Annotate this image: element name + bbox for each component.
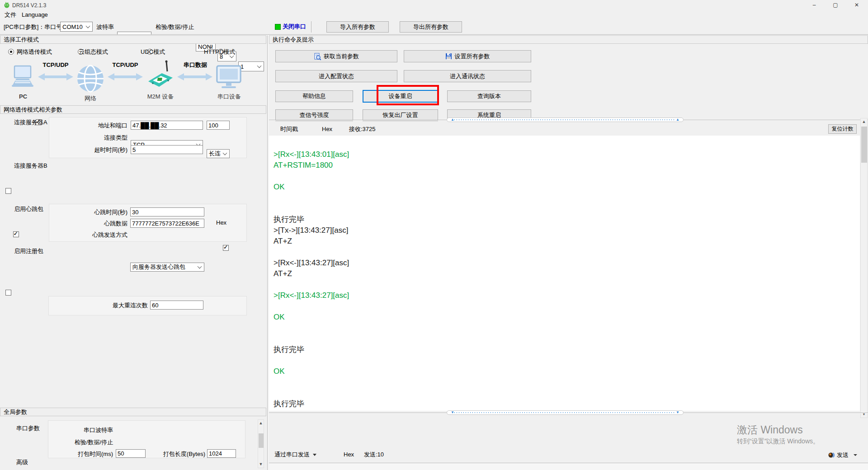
server-b-label: 连接服务器B — [14, 162, 47, 169]
timeout-input[interactable]: 5 — [131, 145, 203, 154]
register-label: 启用注册包 — [14, 248, 43, 255]
heartbeat-mode-label: 心跳发送方式 — [68, 231, 127, 239]
pc-icon — [10, 65, 35, 92]
reset-counter-button[interactable]: 复位计数 — [828, 124, 857, 134]
log-scrollbar-thumb[interactable] — [861, 127, 867, 163]
log-line: >[Tx->][13:43:27][asc] — [274, 225, 860, 236]
link-label-1: TCP/UDP — [38, 61, 73, 69]
recv-count: 接收:3725 — [349, 126, 376, 133]
speaker-icon — [828, 452, 835, 458]
close-port-button[interactable]: 关闭串口 — [283, 23, 306, 30]
node-label-network: 网络 — [77, 95, 104, 102]
import-params-button[interactable]: 导入所有参数 — [326, 21, 389, 33]
log-line: OK — [274, 182, 860, 193]
title-bar: DR514 V2.1.3 – ▢ ✕ — [0, 0, 868, 10]
enter-config-button[interactable]: 进入配置状态 — [275, 70, 397, 82]
bottom-splitter-left-arrow-icon: ▼ — [451, 411, 454, 414]
server-b-checkbox[interactable] — [5, 188, 11, 194]
device-restart-button[interactable]: 设备重启 — [363, 90, 438, 103]
top-splitter-handle[interactable]: ▲ ▲ — [447, 118, 684, 122]
export-params-button[interactable]: 导出所有参数 — [400, 21, 462, 33]
reconnect-label: 最大重连次数 — [81, 302, 148, 309]
radio-mode-transparent[interactable] — [8, 49, 14, 55]
get-params-button[interactable]: 获取当前参数 — [275, 50, 397, 62]
register-checkbox[interactable] — [5, 290, 11, 296]
bottom-splitter-handle[interactable]: ▼ ▼ — [447, 410, 684, 415]
port-open-indicator — [275, 24, 281, 30]
left-panel-scrollbar[interactable]: ▲ ▼ — [258, 419, 264, 468]
keepalive-select[interactable]: 长连 — [207, 149, 230, 158]
log-scroll-down-icon[interactable]: ▼ — [861, 411, 867, 418]
send-count: 发送:10 — [364, 451, 384, 458]
radio-mode-cloud-label: 云组态模式 — [79, 48, 108, 56]
query-version-button[interactable]: 查询版本 — [447, 90, 531, 102]
scrollbar-thumb[interactable] — [259, 433, 264, 448]
command-section-header: 执行命令及提示 — [269, 35, 868, 44]
link-label-3: 串口数据 — [177, 61, 213, 69]
send-hex-label: Hex — [344, 451, 354, 458]
log-line: OK — [274, 366, 860, 377]
log-line: AT+RSTIM=1800 — [274, 160, 860, 171]
help-button[interactable]: 帮助信息 — [275, 90, 353, 102]
log-line: 执行完毕 — [274, 214, 860, 225]
heartbeat-time-input[interactable]: 30 — [130, 207, 204, 216]
serial-toolbar: [PC串口参数]：串口号 COM10 波特率 115200 检验/数据/停止 N… — [0, 19, 868, 34]
close-button[interactable]: ✕ — [846, 0, 867, 10]
heartbeat-data-input[interactable]: 7777772E7573722E636E — [130, 219, 204, 228]
timestamp-label: 时间戳 — [280, 126, 298, 133]
link-label-2: TCP/UDP — [108, 61, 143, 69]
windows-activate-watermark-sub: 转到“设置”以激活 Windows。 — [737, 437, 819, 446]
heartbeat-hex-checkbox[interactable] — [223, 245, 229, 251]
log-scrollbar[interactable]: ▲ ▼ — [860, 118, 868, 418]
mode-diagram: TCP/UDP TCP/UDP 串口数据 PC 网络 M2M 设备 串口设备 — [0, 58, 266, 103]
reconnect-input[interactable]: 60 — [150, 301, 203, 310]
log-line — [274, 193, 860, 203]
pack-time-label: 打包时间(ms) — [59, 451, 113, 458]
log-line — [274, 301, 860, 312]
addr-port-label: 地址和端口 — [68, 122, 127, 129]
menu-language[interactable]: Language — [22, 11, 48, 19]
maximize-button[interactable]: ▢ — [825, 0, 846, 10]
log-line: >[Rx<-][13:43:27][asc] — [274, 290, 860, 301]
params-section-header: 网络透传模式相关参数 — [0, 105, 266, 114]
pack-len-input[interactable]: 1024 — [207, 449, 236, 458]
heartbeat-label: 启用心跳包 — [14, 206, 43, 213]
m2m-device-icon — [146, 60, 175, 92]
app-window: DR514 V2.1.3 – ▢ ✕ 文件 Language [PC串口参数]：… — [0, 0, 868, 470]
global-section-header: 全局参数 — [0, 408, 266, 416]
log-line — [274, 377, 860, 388]
menu-file[interactable]: 文件 — [5, 11, 16, 19]
heartbeat-checkbox[interactable] — [13, 231, 19, 237]
log-scroll-up-icon[interactable]: ▲ — [861, 118, 867, 125]
pack-len-label: 打包长度(Bytes) — [154, 451, 205, 458]
com-port-select[interactable]: COM10 — [60, 22, 93, 32]
timeout-label: 超时时间(秒) — [68, 146, 127, 154]
pack-time-input[interactable]: 50 — [116, 449, 146, 458]
log-line: 执行完毕 — [274, 399, 860, 409]
server-a-port-input[interactable]: 100 — [207, 121, 230, 130]
splitter-right-arrow-icon: ▲ — [676, 118, 679, 122]
log-line — [274, 203, 860, 214]
enter-comm-button[interactable]: 进入通讯状态 — [404, 70, 531, 82]
send-via-dropdown[interactable]: 通过串口发送 — [274, 450, 316, 460]
set-params-button[interactable]: 设置所有参数 — [404, 50, 531, 62]
heartbeat-hex-label: Hex — [216, 219, 226, 226]
radio-mode-udc-label: UDC模式 — [141, 48, 165, 56]
server-a-address-input[interactable]: 47.██.██.32 — [131, 121, 203, 130]
minimize-button[interactable]: – — [804, 0, 825, 10]
scroll-up-icon[interactable]: ▲ — [258, 420, 264, 427]
heartbeat-data-label: 心跳数据 — [68, 220, 127, 227]
log-line — [274, 388, 860, 399]
set-params-label: 设置所有参数 — [455, 52, 490, 61]
log-area[interactable]: >[Rx<-][13:43:01][asc]AT+RSTIM=1800 OK 执… — [269, 136, 860, 411]
heartbeat-mode-select[interactable]: 向服务器发送心跳包 — [130, 263, 204, 272]
bottom-splitter-right-arrow-icon: ▼ — [676, 411, 679, 414]
advanced-label: 高级 — [16, 459, 28, 466]
send-button[interactable]: 发送 — [828, 450, 857, 460]
scroll-down-icon[interactable]: ▼ — [258, 461, 264, 468]
log-line — [274, 334, 860, 344]
log-line — [274, 323, 860, 334]
arrow-icon-2 — [108, 73, 143, 82]
send-dropdown-arrow-icon — [854, 454, 857, 456]
node-label-pc: PC — [11, 93, 35, 100]
